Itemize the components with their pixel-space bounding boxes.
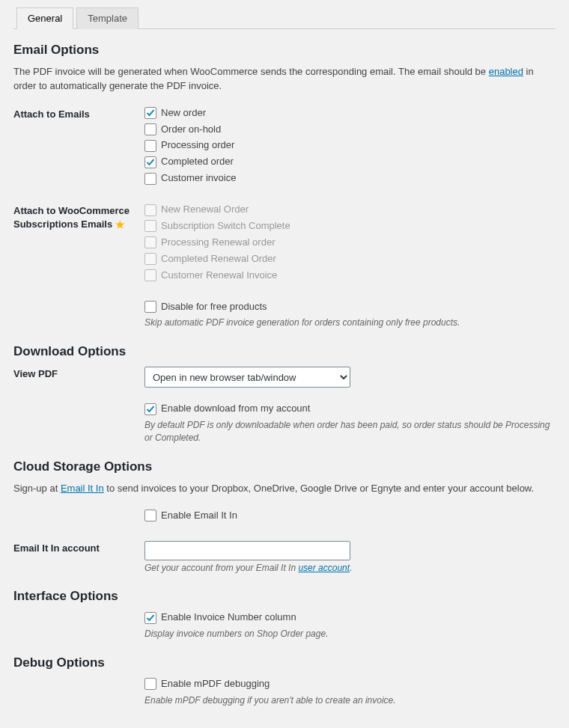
- tab-template[interactable]: Template: [76, 7, 139, 29]
- subs-checkbox-2: [144, 236, 156, 248]
- subs-label-0: New Renewal Order: [161, 204, 249, 216]
- enable-invoice-col-label: Enable Invoice Number column: [161, 611, 296, 624]
- email-it-in-account-help: Get your account from your Email It In u…: [144, 562, 556, 575]
- email-options-heading: Email Options: [13, 43, 556, 58]
- attach-email-checkbox-0[interactable]: [144, 107, 156, 119]
- disable-free-help: Skip automatic PDF invoice generation fo…: [144, 316, 556, 329]
- enable-mpdf-debug-checkbox[interactable]: [144, 678, 156, 690]
- subs-checkbox-1: [144, 220, 156, 232]
- attach-email-label-3: Completed order: [161, 156, 234, 168]
- enable-mpdf-debug-label: Enable mPDF debugging: [161, 678, 270, 691]
- cloud-options-heading: Cloud Storage Options: [13, 459, 556, 474]
- tab-general[interactable]: General: [16, 7, 73, 29]
- account-help-post: .: [350, 563, 352, 573]
- download-options-heading: Download Options: [13, 344, 556, 359]
- attach-email-checkbox-1[interactable]: [144, 123, 156, 135]
- attach-to-emails-label: Attach to Emails: [13, 107, 144, 121]
- subs-checkbox-3: [144, 253, 156, 265]
- enable-download-help: By default PDF is only downloadable when…: [144, 419, 556, 444]
- subs-label-2: Processing Renewal order: [161, 236, 275, 249]
- attach-email-checkbox-2[interactable]: [144, 140, 156, 152]
- disable-free-checkbox[interactable]: [144, 301, 156, 313]
- enable-invoice-col-checkbox[interactable]: [144, 612, 156, 624]
- subs-checkbox-0: [144, 204, 156, 216]
- debug-options-heading: Debug Options: [13, 655, 556, 670]
- view-pdf-label: View PDF: [13, 367, 144, 381]
- attach-subs-label: Attach to WooCommerce Subscriptions Emai…: [13, 204, 144, 232]
- email-it-in-link[interactable]: Email It In: [61, 483, 104, 494]
- email-options-desc: The PDF invoice will be generated when W…: [13, 65, 556, 94]
- subs-label-1: Subscription Switch Complete: [161, 220, 290, 233]
- cloud-signup-desc: Sign-up at Email It In to send invoices …: [13, 482, 556, 496]
- enable-invoice-col-help: Display invoice numbers on Shop Order pa…: [144, 628, 556, 640]
- enable-download-label: Enable download from my account: [161, 403, 310, 415]
- user-account-link[interactable]: user account: [298, 563, 350, 573]
- interface-options-heading: Interface Options: [13, 589, 556, 604]
- enabled-link[interactable]: enabled: [489, 66, 523, 77]
- subs-label-3: Completed Renewal Order: [161, 253, 276, 266]
- attach-subs-label-text: Attach to WooCommerce Subscriptions Emai…: [13, 205, 130, 230]
- enable-email-it-in-label: Enable Email It In: [161, 510, 237, 522]
- account-help-pre: Get your account from your Email It In: [144, 563, 298, 573]
- cloud-signup-pre: Sign-up at: [13, 483, 61, 494]
- enable-mpdf-debug-help: Enable mPDF debugging if you aren't able…: [144, 694, 556, 707]
- enable-download-checkbox[interactable]: [144, 403, 156, 415]
- attach-email-checkbox-4[interactable]: [144, 173, 156, 185]
- attach-email-label-4: Customer invoice: [161, 172, 236, 185]
- view-pdf-select[interactable]: Open in new browser tab/window: [144, 367, 350, 388]
- attach-to-emails-group: New orderOrder on-holdProcessing orderCo…: [144, 107, 556, 189]
- subs-checkbox-4: [144, 269, 156, 281]
- attach-email-label-0: New order: [161, 107, 206, 120]
- disable-free-label: Disable for free products: [161, 301, 267, 313]
- settings-tabs: General Template: [13, 7, 556, 29]
- email-it-in-account-input[interactable]: [144, 541, 350, 560]
- attach-email-label-1: Order on-hold: [161, 123, 221, 136]
- email-it-in-account-label: Email It In account: [13, 541, 144, 555]
- attach-subs-group: New Renewal OrderSubscription Switch Com…: [144, 204, 556, 285]
- attach-email-checkbox-3[interactable]: [144, 156, 156, 168]
- subs-label-4: Customer Renewal Invoice: [161, 269, 277, 282]
- attach-email-label-2: Processing order: [161, 139, 234, 152]
- cloud-signup-post: to send invoices to your Dropbox, OneDri…: [104, 483, 534, 494]
- email-desc-pre: The PDF invoice will be generated when W…: [13, 66, 489, 77]
- enable-email-it-in-checkbox[interactable]: [144, 510, 156, 521]
- star-icon: ★: [115, 218, 125, 230]
